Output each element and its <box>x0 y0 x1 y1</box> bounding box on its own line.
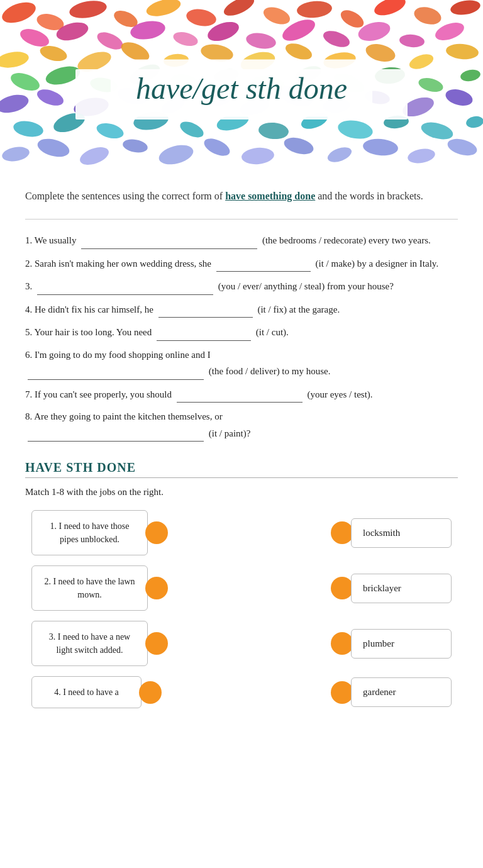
match-card-left-4[interactable]: 4. I need to have a <box>31 676 142 708</box>
ex3-blank[interactable] <box>37 278 213 295</box>
match-dot-right-3[interactable] <box>331 632 353 655</box>
match-dot-left-4[interactable] <box>139 681 162 704</box>
ex5-blank[interactable] <box>157 324 251 341</box>
ex8-blank[interactable] <box>28 425 204 442</box>
ex3-suffix: (you / ever/ anything / steal) from your… <box>218 281 394 291</box>
svg-point-75 <box>77 144 111 169</box>
svg-point-74 <box>36 136 72 160</box>
ex2-suffix: (it / make) by a designer in Italy. <box>316 259 439 269</box>
svg-point-9 <box>338 6 367 31</box>
svg-point-67 <box>258 121 289 140</box>
ex4-blank[interactable] <box>158 301 253 318</box>
svg-point-7 <box>261 4 292 28</box>
match-dot-right-4[interactable] <box>331 681 353 704</box>
exercise-4: 4. He didn't fix his car himself, he (it… <box>25 301 458 318</box>
svg-point-11 <box>412 4 443 28</box>
svg-point-6 <box>221 0 257 19</box>
match-dot-right-2[interactable] <box>331 577 353 599</box>
match-card-left-3[interactable]: 3. I need to have a new light switch add… <box>31 621 148 666</box>
ex1-blank[interactable] <box>81 232 257 249</box>
match-card-left-1[interactable]: 1. I need to have those pipes unblocked. <box>31 510 148 555</box>
svg-point-36 <box>445 43 479 60</box>
match-dot-right-1[interactable] <box>331 521 353 544</box>
svg-point-5 <box>185 7 218 28</box>
svg-point-0 <box>0 0 38 27</box>
ex2-prefix: 2. Sarah isn't making her own wedding dr… <box>25 259 211 269</box>
ex6-suffix: (the food / deliver) to my house. <box>209 366 331 376</box>
match-right-4: gardener <box>331 677 452 707</box>
match-row-4: 4. I need to have a gardener <box>31 676 452 708</box>
match-card-left-2[interactable]: 2. I need to have the lawn mown. <box>31 565 148 611</box>
header-banner: have/get sth done <box>0 0 483 176</box>
ex8-suffix: (it / paint)? <box>209 428 251 438</box>
svg-point-71 <box>419 120 455 143</box>
svg-point-65 <box>178 118 206 140</box>
svg-point-15 <box>94 29 125 53</box>
svg-point-17 <box>172 30 199 48</box>
ex6-prefix: 6. I'm going to do my food shopping onli… <box>25 350 211 360</box>
section2-title: HAVE STH DONE <box>25 460 458 475</box>
svg-point-50 <box>35 86 66 109</box>
instruction-highlight: have something done <box>225 191 315 201</box>
exercises-section: 1. We usually (the bedrooms / redecorate… <box>25 232 458 442</box>
ex3-number: 3. <box>25 281 35 291</box>
svg-point-4 <box>145 0 182 19</box>
svg-point-21 <box>321 28 352 50</box>
match-left-3: 3. I need to have a new light switch add… <box>31 621 168 666</box>
svg-point-63 <box>95 121 125 142</box>
ex1-suffix: (the bedrooms / redecorate) every two ye… <box>262 235 431 245</box>
svg-point-60 <box>444 87 475 109</box>
svg-point-83 <box>406 147 436 165</box>
ex7-prefix: 7. If you can't see properly, you should <box>25 389 172 399</box>
ex7-blank[interactable] <box>177 386 303 403</box>
match-card-right-3[interactable]: plumber <box>351 629 452 659</box>
match-container: 1. I need to have those pipes unblocked.… <box>25 510 458 708</box>
match-dot-left-3[interactable] <box>145 632 168 655</box>
match-row-2: 2. I need to have the lawn mown. brickla… <box>31 565 452 611</box>
svg-point-84 <box>446 136 479 159</box>
match-card-right-4[interactable]: gardener <box>351 677 452 707</box>
svg-point-73 <box>1 145 30 163</box>
match-dot-left-1[interactable] <box>145 521 168 544</box>
exercise-1: 1. We usually (the bedrooms / redecorate… <box>25 232 458 249</box>
svg-point-69 <box>336 118 374 141</box>
svg-point-35 <box>408 52 435 72</box>
svg-point-78 <box>201 135 232 160</box>
svg-point-2 <box>68 0 108 21</box>
svg-point-19 <box>245 31 277 51</box>
exercise-2: 2. Sarah isn't making her own wedding dr… <box>25 255 458 272</box>
match-card-right-2[interactable]: bricklayer <box>351 574 452 603</box>
ex6-blank[interactable] <box>28 363 204 380</box>
svg-point-48 <box>460 68 482 82</box>
svg-point-81 <box>326 145 353 165</box>
ex8-prefix: 8. Are they going to paint the kitchen t… <box>25 411 223 421</box>
match-left-4: 4. I need to have a <box>31 676 162 708</box>
section2-divider <box>25 477 458 478</box>
title-box: have/get sth done <box>111 60 372 117</box>
svg-point-80 <box>282 135 316 157</box>
exercise-6: 6. I'm going to do my food shopping onli… <box>25 347 458 380</box>
svg-point-12 <box>449 0 481 17</box>
ex5-suffix: (it / cut). <box>256 327 289 337</box>
match-right-2: bricklayer <box>331 574 452 603</box>
ex4-suffix: (it / fix) at the garage. <box>257 304 340 314</box>
top-divider <box>25 219 458 220</box>
ex7-suffix: (your eyes / test). <box>307 389 372 399</box>
svg-point-49 <box>0 92 30 116</box>
ex2-blank[interactable] <box>216 255 311 272</box>
svg-point-47 <box>417 75 445 94</box>
svg-point-76 <box>122 138 149 155</box>
exercise-7: 7. If you can't see properly, you should… <box>25 386 458 403</box>
match-row-1: 1. I need to have those pipes unblocked.… <box>31 510 452 555</box>
exercise-5: 5. Your hair is too long. You need (it /… <box>25 324 458 341</box>
match-left-2: 2. I need to have the lawn mown. <box>31 565 168 611</box>
match-card-right-1[interactable]: locksmith <box>351 518 452 548</box>
svg-point-77 <box>157 142 195 168</box>
match-dot-left-2[interactable] <box>145 577 168 599</box>
match-left-1: 1. I need to have those pipes unblocked. <box>31 510 168 555</box>
page-title: have/get sth done <box>136 72 347 105</box>
match-row-3: 3. I need to have a new light switch add… <box>31 621 452 666</box>
ex5-prefix: 5. Your hair is too long. You need <box>25 327 152 337</box>
ex1-number: 1. We usually <box>25 235 76 245</box>
exercise-8: 8. Are they going to paint the kitchen t… <box>25 409 458 442</box>
